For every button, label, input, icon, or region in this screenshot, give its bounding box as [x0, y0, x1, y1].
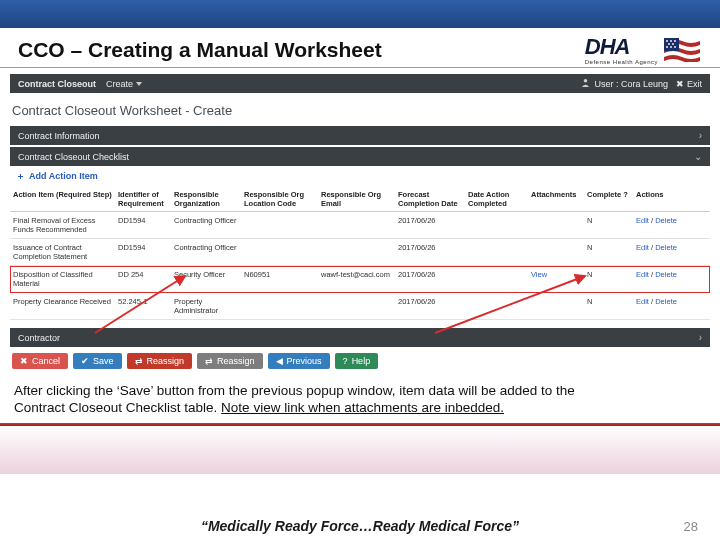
panel-contractor[interactable]: Contractor › — [10, 328, 710, 347]
panel-info-label: Contract Information — [18, 131, 100, 141]
app-screenshot: Contract Closeout Create User : Cora Leu… — [10, 74, 710, 375]
th-resp-org: Responsible Organization — [171, 187, 241, 212]
caption-line2b: Note view link when attachments are inbe… — [221, 400, 504, 415]
reassign-label-2: Reassign — [217, 356, 255, 366]
cell-attachments — [528, 293, 584, 320]
exit-label: Exit — [687, 79, 702, 89]
table-cell: 2017/06/26 — [395, 212, 465, 239]
flag-icon — [664, 38, 700, 62]
svg-point-2 — [666, 40, 668, 42]
logo-subtext: Defense Health Agency — [585, 59, 658, 65]
previous-button[interactable]: ◀Previous — [268, 353, 330, 369]
table-row: Disposition of Classified MaterialDD 254… — [10, 266, 710, 293]
cancel-icon: ✖ — [20, 356, 28, 366]
create-label: Create — [106, 79, 133, 89]
cell-actions: Edit / Delete — [633, 293, 710, 320]
logo-text: DHA — [585, 34, 630, 59]
add-action-item[interactable]: ＋Add Action Item — [10, 166, 710, 187]
app-brand: Contract Closeout — [18, 79, 96, 89]
table-cell: 2017/06/26 — [395, 266, 465, 293]
user-icon — [581, 78, 590, 89]
cancel-button[interactable]: ✖Cancel — [12, 353, 68, 369]
delete-link[interactable]: Delete — [655, 216, 677, 225]
th-completed: Date Action Completed — [465, 187, 528, 212]
panel-contract-information[interactable]: Contract Information › — [10, 126, 710, 145]
edit-link[interactable]: Edit — [636, 216, 649, 225]
th-actions: Actions — [633, 187, 710, 212]
table-cell — [241, 239, 318, 266]
page-number: 28 — [684, 519, 698, 534]
table-cell — [318, 239, 395, 266]
th-resp-email: Responsible Org Email — [318, 187, 395, 212]
reassign-label: Reassign — [147, 356, 185, 366]
chevron-down-icon: ⌄ — [694, 151, 702, 162]
caption: After clicking the ‘Save’ button from th… — [0, 379, 720, 421]
logo: DHA Defense Health Agency — [585, 34, 700, 65]
checklist-table: Action Item (Required Step) Identifier o… — [10, 187, 710, 320]
help-button[interactable]: ?Help — [335, 353, 379, 369]
title-row: CCO – Creating a Manual Worksheet DHA De… — [0, 28, 720, 68]
delete-link[interactable]: Delete — [655, 270, 677, 279]
table-cell: N60951 — [241, 266, 318, 293]
svg-point-9 — [674, 46, 676, 48]
caption-line2a: Contract Closeout Checklist table. — [14, 400, 221, 415]
table-cell: Disposition of Classified Material — [10, 266, 115, 293]
th-attachments: Attachments — [528, 187, 584, 212]
app-topbar: Contract Closeout Create User : Cora Leu… — [10, 74, 710, 93]
reassign-icon: ⇄ — [135, 356, 143, 366]
panel-checklist[interactable]: Contract Closeout Checklist ⌄ — [10, 147, 710, 166]
table-cell: DD1594 — [115, 212, 171, 239]
help-label: Help — [352, 356, 371, 366]
user-menu[interactable]: User : Cora Leung — [581, 78, 668, 89]
table-row: Property Clearance Received52.245-1Prope… — [10, 293, 710, 320]
svg-point-8 — [670, 46, 672, 48]
table-cell: DD1594 — [115, 239, 171, 266]
table-cell: DD 254 — [115, 266, 171, 293]
th-complete: Complete ? — [584, 187, 633, 212]
cell-complete: N — [584, 212, 633, 239]
edit-link[interactable]: Edit — [636, 297, 649, 306]
reassign-button[interactable]: ⇄Reassign — [127, 353, 193, 369]
th-resp-loc: Responsible Org Location Code — [241, 187, 318, 212]
reassign-disabled-button: ⇄Reassign — [197, 353, 263, 369]
view-attachment-link[interactable]: View — [531, 270, 547, 279]
table-row: Final Removal of Excess Funds Recommende… — [10, 212, 710, 239]
table-cell: Final Removal of Excess Funds Recommende… — [10, 212, 115, 239]
reassign-icon: ⇄ — [205, 356, 213, 366]
user-label: User : Cora Leung — [594, 79, 668, 89]
table-cell — [318, 293, 395, 320]
save-button[interactable]: ✔Save — [73, 353, 122, 369]
panel-checklist-label: Contract Closeout Checklist — [18, 152, 129, 162]
chevron-right-icon: › — [699, 332, 702, 343]
delete-link[interactable]: Delete — [655, 297, 677, 306]
svg-rect-1 — [664, 38, 679, 51]
svg-point-7 — [666, 46, 668, 48]
table-header-row: Action Item (Required Step) Identifier o… — [10, 187, 710, 212]
cell-actions: Edit / Delete — [633, 212, 710, 239]
table-cell — [241, 293, 318, 320]
svg-point-10 — [584, 79, 588, 83]
table-row: Issuance of Contract Completion Statemen… — [10, 239, 710, 266]
chevron-right-icon: › — [699, 130, 702, 141]
previous-label: Previous — [287, 356, 322, 366]
table-cell: 2017/06/26 — [395, 293, 465, 320]
table-cell: Contracting Officer — [171, 212, 241, 239]
caption-line1: After clicking the ‘Save’ button from th… — [14, 383, 575, 398]
table-cell: Issuance of Contract Completion Statemen… — [10, 239, 115, 266]
table-cell: 52.245-1 — [115, 293, 171, 320]
create-menu[interactable]: Create — [106, 79, 142, 89]
delete-link[interactable]: Delete — [655, 243, 677, 252]
table-cell — [465, 212, 528, 239]
edit-link[interactable]: Edit — [636, 243, 649, 252]
cell-complete: N — [584, 293, 633, 320]
help-icon: ? — [343, 356, 348, 366]
svg-point-4 — [674, 40, 676, 42]
cell-complete: N — [584, 266, 633, 293]
save-label: Save — [93, 356, 114, 366]
edit-link[interactable]: Edit — [636, 270, 649, 279]
button-row: ✖Cancel ✔Save ⇄Reassign ⇄Reassign ◀Previ… — [10, 347, 710, 375]
cell-attachments — [528, 239, 584, 266]
exit-button[interactable]: ✖ Exit — [676, 79, 702, 89]
table-cell: Property Clearance Received — [10, 293, 115, 320]
table-cell — [465, 266, 528, 293]
